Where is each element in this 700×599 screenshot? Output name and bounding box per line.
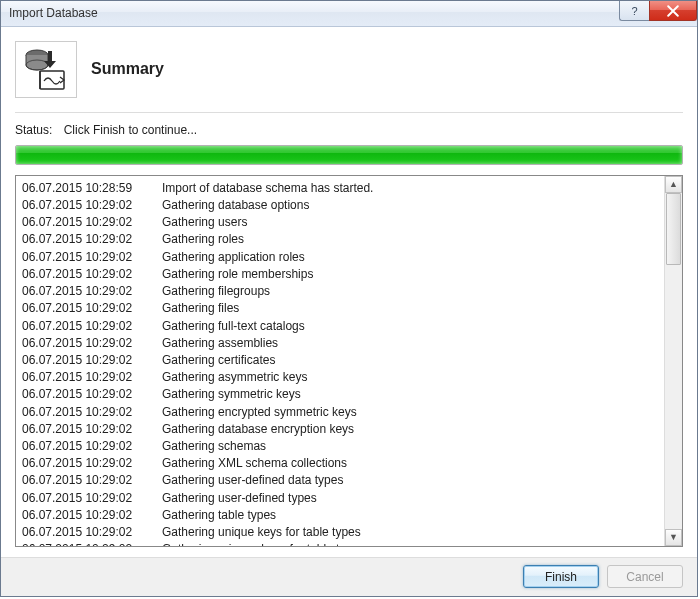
status-label: Status: [15, 123, 52, 137]
log-timestamp: 06.07.2015 10:29:02 [22, 369, 162, 386]
content-area: Summary Status: Click Finish to continue… [1, 27, 697, 557]
window-title: Import Database [9, 6, 98, 20]
dialog-window: Import Database ? [0, 0, 698, 597]
titlebar-controls: ? [619, 1, 697, 21]
log-message: Gathering role memberships [162, 266, 313, 283]
log-timestamp: 06.07.2015 10:29:02 [22, 438, 162, 455]
log-timestamp: 06.07.2015 10:29:02 [22, 472, 162, 489]
log-timestamp: 06.07.2015 10:29:02 [22, 524, 162, 541]
log-timestamp: 06.07.2015 10:29:02 [22, 231, 162, 248]
log-message: Gathering user-defined types [162, 490, 317, 507]
log-timestamp: 06.07.2015 10:29:02 [22, 249, 162, 266]
log-row: 06.07.2015 10:29:02Gathering full-text c… [22, 318, 658, 335]
scroll-thumb[interactable] [666, 193, 681, 265]
log-row: 06.07.2015 10:29:02Gathering users [22, 214, 658, 231]
log-row: 06.07.2015 10:29:02Gathering database op… [22, 197, 658, 214]
scroll-down-button[interactable]: ▼ [665, 529, 682, 546]
log-row: 06.07.2015 10:28:59Import of database sc… [22, 180, 658, 197]
log-row: 06.07.2015 10:29:02Gathering primary key… [22, 541, 658, 546]
log-timestamp: 06.07.2015 10:29:02 [22, 300, 162, 317]
close-icon [667, 5, 679, 17]
log-row: 06.07.2015 10:29:02Gathering assemblies [22, 335, 658, 352]
log-row: 06.07.2015 10:29:02Gathering application… [22, 249, 658, 266]
status-text: Click Finish to continue... [64, 123, 197, 137]
log-message: Gathering assemblies [162, 335, 278, 352]
log-message: Gathering XML schema collections [162, 455, 347, 472]
log-message: Gathering user-defined data types [162, 472, 343, 489]
log-timestamp: 06.07.2015 10:29:02 [22, 352, 162, 369]
log-row: 06.07.2015 10:29:02Gathering encrypted s… [22, 404, 658, 421]
log-message: Gathering asymmetric keys [162, 369, 307, 386]
log-timestamp: 06.07.2015 10:29:02 [22, 404, 162, 421]
log-timestamp: 06.07.2015 10:29:02 [22, 214, 162, 231]
log-message: Gathering users [162, 214, 247, 231]
log-message: Gathering table types [162, 507, 276, 524]
log-row: 06.07.2015 10:29:02Gathering symmetric k… [22, 386, 658, 403]
log-list[interactable]: 06.07.2015 10:28:59Import of database sc… [16, 176, 664, 546]
log-timestamp: 06.07.2015 10:29:02 [22, 455, 162, 472]
log-row: 06.07.2015 10:29:02Gathering XML schema … [22, 455, 658, 472]
log-timestamp: 06.07.2015 10:29:02 [22, 490, 162, 507]
log-timestamp: 06.07.2015 10:29:02 [22, 197, 162, 214]
scroll-up-button[interactable]: ▲ [665, 176, 682, 193]
finish-button[interactable]: Finish [523, 565, 599, 588]
titlebar[interactable]: Import Database ? [1, 1, 697, 27]
log-timestamp: 06.07.2015 10:29:02 [22, 386, 162, 403]
log-row: 06.07.2015 10:29:02Gathering roles [22, 231, 658, 248]
log-message: Import of database schema has started. [162, 180, 373, 197]
log-row: 06.07.2015 10:29:02Gathering table types [22, 507, 658, 524]
progress-bar [15, 145, 683, 165]
log-message: Gathering unique keys for table types [162, 524, 361, 541]
log-row: 06.07.2015 10:29:02Gathering schemas [22, 438, 658, 455]
log-row: 06.07.2015 10:29:02Gathering user-define… [22, 472, 658, 489]
scrollbar-vertical[interactable]: ▲ ▼ [664, 176, 682, 546]
log-message: Gathering certificates [162, 352, 275, 369]
log-row: 06.07.2015 10:29:02Gathering asymmetric … [22, 369, 658, 386]
log-timestamp: 06.07.2015 10:29:02 [22, 421, 162, 438]
close-button[interactable] [649, 1, 697, 21]
log-row: 06.07.2015 10:29:02Gathering role member… [22, 266, 658, 283]
log-timestamp: 06.07.2015 10:29:02 [22, 507, 162, 524]
log-timestamp: 06.07.2015 10:29:02 [22, 541, 162, 546]
log-message: Gathering files [162, 300, 239, 317]
log-message: Gathering database options [162, 197, 309, 214]
dialog-footer: Finish Cancel [1, 557, 697, 596]
progress-fill [16, 146, 682, 164]
log-message: Gathering filegroups [162, 283, 270, 300]
log-row: 06.07.2015 10:29:02Gathering user-define… [22, 490, 658, 507]
log-timestamp: 06.07.2015 10:29:02 [22, 335, 162, 352]
log-timestamp: 06.07.2015 10:29:02 [22, 266, 162, 283]
log-message: Gathering roles [162, 231, 244, 248]
log-timestamp: 06.07.2015 10:29:02 [22, 283, 162, 300]
log-message: Gathering encrypted symmetric keys [162, 404, 357, 421]
log-row: 06.07.2015 10:29:02Gathering files [22, 300, 658, 317]
log-row: 06.07.2015 10:29:02Gathering unique keys… [22, 524, 658, 541]
log-timestamp: 06.07.2015 10:28:59 [22, 180, 162, 197]
log-message: Gathering schemas [162, 438, 266, 455]
log-message: Gathering symmetric keys [162, 386, 301, 403]
page-title: Summary [91, 60, 164, 78]
wizard-header: Summary [15, 41, 683, 98]
database-import-icon [15, 41, 77, 98]
log-row: 06.07.2015 10:29:02Gathering filegroups [22, 283, 658, 300]
log-row: 06.07.2015 10:29:02Gathering database en… [22, 421, 658, 438]
header-separator [15, 112, 683, 113]
log-message: Gathering application roles [162, 249, 305, 266]
status-line: Status: Click Finish to continue... [15, 123, 683, 137]
help-button[interactable]: ? [619, 1, 649, 21]
scroll-track[interactable] [665, 193, 682, 529]
log-message: Gathering primary keys for table types [162, 541, 365, 546]
log-timestamp: 06.07.2015 10:29:02 [22, 318, 162, 335]
cancel-button[interactable]: Cancel [607, 565, 683, 588]
log-message: Gathering full-text catalogs [162, 318, 305, 335]
log-message: Gathering database encryption keys [162, 421, 354, 438]
log-row: 06.07.2015 10:29:02Gathering certificate… [22, 352, 658, 369]
log-panel: 06.07.2015 10:28:59Import of database sc… [15, 175, 683, 547]
